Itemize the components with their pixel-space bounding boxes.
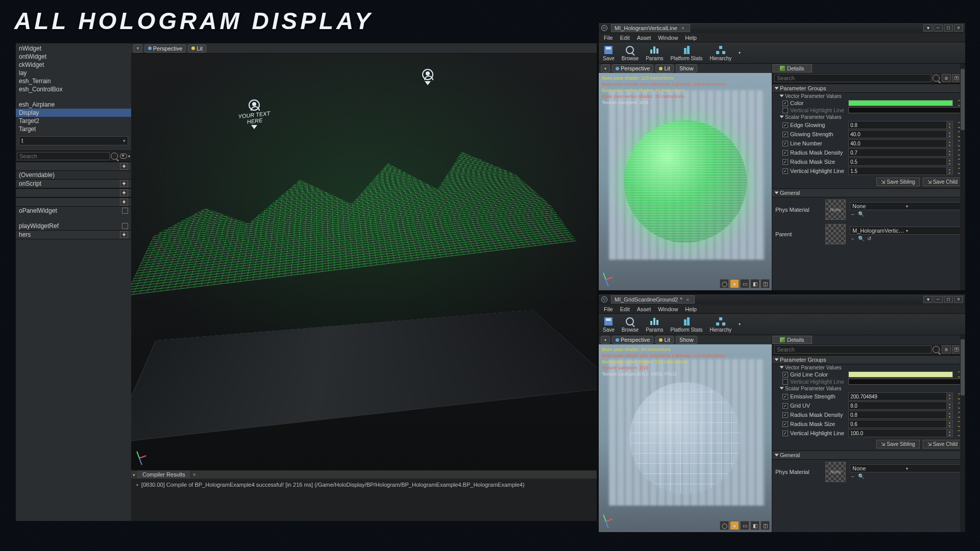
param-checkbox[interactable]	[782, 168, 788, 174]
menu-file[interactable]: File	[604, 306, 613, 312]
pin-icon[interactable]	[122, 208, 128, 214]
menu-edit[interactable]: Edit	[620, 306, 630, 312]
params-button[interactable]: Params	[646, 45, 663, 61]
spinner[interactable]: ▴▾	[947, 392, 953, 400]
use-selected-icon[interactable]: ←	[850, 211, 856, 217]
menu-edit[interactable]: Edit	[620, 35, 630, 41]
viewport-options-button[interactable]: ▾	[601, 64, 610, 72]
spinner[interactable]: ▴▾	[947, 139, 953, 147]
phys-material-dropdown[interactable]: None▾	[850, 464, 962, 472]
spinner[interactable]: ▴▾	[947, 402, 953, 410]
param-checkbox[interactable]	[782, 108, 788, 113]
save-child-button[interactable]: ⇲ Save Child	[923, 440, 962, 448]
general-header[interactable]: General	[772, 450, 965, 460]
browse-button[interactable]: Browse	[622, 316, 639, 333]
shape-cylinder-button[interactable]: ◯	[720, 279, 729, 288]
shape-sphere-button[interactable]: ●	[730, 521, 739, 530]
use-selected-icon[interactable]: ←	[850, 473, 856, 480]
scalar-params-header[interactable]: Scalar Parameter Values	[772, 385, 965, 392]
material-thumbnail[interactable]	[825, 224, 846, 244]
param-checkbox[interactable]	[782, 394, 788, 399]
minimize-button[interactable]: −	[934, 296, 943, 303]
outliner-item[interactable]: ckWidget	[16, 61, 131, 69]
viewport-options-button[interactable]: ▾	[601, 336, 610, 344]
minimize-button[interactable]: −	[934, 24, 943, 32]
shape-cube-button[interactable]: ◧	[750, 279, 760, 288]
phys-material-dropdown[interactable]: None▾	[850, 202, 962, 210]
asset-tab[interactable]: MI_HologramVerticalLine×	[611, 24, 690, 32]
outliner-item[interactable]	[16, 93, 131, 101]
add-icon[interactable]: +	[120, 231, 128, 238]
shape-plane-button[interactable]: ▭	[740, 521, 749, 530]
maximize-button[interactable]: □	[944, 296, 953, 303]
lit-mode-button[interactable]: Lit	[188, 44, 206, 53]
platform-stats-button[interactable]: Platform Stats	[671, 316, 703, 333]
param-value-input[interactable]	[848, 121, 947, 129]
view-options-button[interactable]: ≡	[942, 345, 951, 354]
scalar-params-header[interactable]: Scalar Parameter Values	[772, 114, 965, 120]
material-thumbnail[interactable]: None	[825, 199, 846, 220]
param-value-input[interactable]	[848, 411, 947, 419]
param-value-input[interactable]	[848, 130, 947, 138]
general-header[interactable]: General	[772, 188, 965, 197]
outliner-item[interactable]: nWidget	[16, 44, 131, 53]
spinner[interactable]: ▴▾	[947, 121, 953, 129]
spinner[interactable]: ▴▾	[947, 130, 953, 138]
compiler-results-tab[interactable]: Compiler Results	[137, 470, 191, 479]
param-checkbox[interactable]	[782, 421, 788, 427]
hierarchy-button[interactable]: Hierarchy	[709, 45, 731, 61]
shape-sphere-button[interactable]: ●	[730, 279, 739, 288]
show-button[interactable]: Show	[676, 64, 697, 72]
menu-help[interactable]: Help	[685, 35, 697, 41]
window-dropdown-icon[interactable]: ▾	[923, 24, 933, 32]
close-button[interactable]: ×	[954, 296, 963, 303]
outliner-item[interactable]: ontWidget	[16, 53, 131, 61]
browse-to-icon[interactable]: 🔍	[858, 473, 864, 480]
param-checkbox[interactable]	[782, 132, 788, 137]
browse-to-icon[interactable]: 🔍	[858, 236, 864, 242]
param-value-input[interactable]	[848, 420, 947, 428]
menu-asset[interactable]: Asset	[637, 306, 651, 312]
param-checkbox[interactable]	[782, 403, 788, 409]
asset-tab[interactable]: MI_GridScanlineGround2*×	[611, 295, 695, 304]
color-swatch[interactable]	[848, 107, 963, 113]
viewport-options-button[interactable]: ▾	[133, 44, 142, 53]
close-button[interactable]: ×	[954, 24, 963, 32]
parent-dropdown[interactable]: M_HologramVerticalLineRadiusMask▾	[850, 227, 962, 235]
maximize-button[interactable]: □	[944, 24, 953, 32]
spinner[interactable]: ▴▾	[947, 148, 953, 157]
parameter-groups-header[interactable]: Parameter Groups	[772, 355, 965, 364]
main-viewport[interactable]: YOUR TEXTHERE	[131, 54, 597, 470]
outliner-item[interactable]: esh_Airplane	[16, 101, 131, 109]
save-button[interactable]: Save	[603, 45, 615, 61]
vector-params-header[interactable]: Vector Parameter Values	[772, 364, 965, 371]
param-value-input[interactable]	[848, 402, 947, 410]
param-value-input[interactable]	[848, 139, 947, 147]
close-icon[interactable]: ×	[681, 26, 684, 31]
outliner-item[interactable]: esh_Terrain	[16, 77, 131, 85]
show-button[interactable]: Show	[676, 336, 697, 344]
param-value-input[interactable]	[848, 148, 947, 157]
prop-panel[interactable]: oPanelWidget	[19, 207, 57, 214]
add-icon[interactable]: +	[120, 180, 128, 187]
param-checkbox[interactable]	[782, 412, 788, 418]
class-filter-dropdown[interactable]: t▾	[19, 136, 128, 145]
details-search-input[interactable]	[774, 74, 932, 82]
color-swatch[interactable]	[848, 371, 953, 378]
window-dropdown-icon[interactable]: ▾	[923, 296, 933, 303]
param-value-input[interactable]	[848, 392, 947, 400]
material-thumbnail[interactable]: None	[825, 462, 846, 482]
perspective-button[interactable]: Perspective	[612, 64, 653, 72]
spinner[interactable]: ▴▾	[947, 420, 953, 428]
menu-file[interactable]: File	[604, 35, 613, 41]
menu-window[interactable]: Window	[658, 306, 678, 312]
save-button[interactable]: Save	[603, 316, 615, 333]
lit-mode-button[interactable]: Lit	[655, 64, 674, 72]
details-search-input[interactable]	[774, 345, 932, 354]
color-swatch[interactable]	[848, 100, 953, 106]
shape-mesh-button[interactable]: ◫	[761, 279, 770, 288]
material-preview-viewport[interactable]: Base pass shader: 94 instructionsBase pa…	[599, 344, 772, 532]
pin-icon[interactable]	[122, 223, 128, 229]
spinner[interactable]: ▴▾	[947, 158, 953, 166]
perspective-button[interactable]: Perspective	[612, 336, 653, 344]
